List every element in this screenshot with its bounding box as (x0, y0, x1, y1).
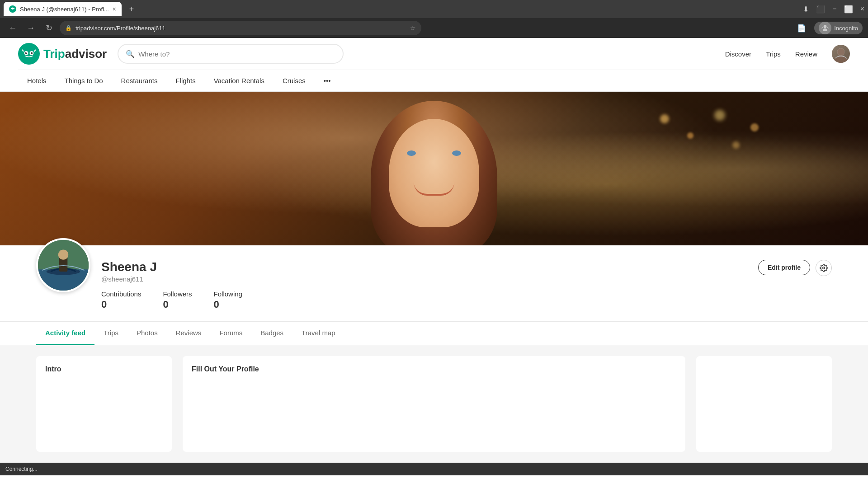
gear-icon (820, 264, 828, 272)
search-icon: 🔍 (126, 50, 135, 58)
svg-point-2 (14, 8, 14, 9)
logo-link[interactable]: Tripadvisor (18, 43, 107, 65)
logo-text: Tripadvisor (43, 47, 107, 61)
close-window-button[interactable]: × (860, 5, 864, 13)
svg-point-9 (26, 52, 27, 53)
address-bar[interactable]: 🔒 tripadvisor.com/Profile/sheenaj611 ☆ (60, 21, 421, 35)
nav-flights[interactable]: Flights (166, 70, 204, 91)
forward-button[interactable]: → (24, 21, 38, 35)
user-avatar[interactable] (832, 45, 850, 63)
incognito-avatar (819, 22, 831, 34)
reader-mode-button[interactable]: 📄 (794, 21, 809, 35)
edit-profile-button[interactable]: Edit profile (758, 260, 810, 275)
logo-icon (18, 43, 40, 65)
tab-forums[interactable]: Forums (210, 322, 251, 345)
right-panel (696, 356, 832, 452)
tab-trips[interactable]: Trips (94, 322, 127, 345)
minimize-button[interactable]: − (832, 5, 836, 13)
content-area: Intro Fill Out Your Profile (0, 345, 868, 463)
svg-point-0 (12, 8, 14, 10)
toolbar-right: 📄 Incognito (794, 21, 863, 35)
profile-section: Sheena J @sheenaj611 Contributions 0 Fol… (0, 245, 868, 322)
site-navigation: Hotels Things to Do Restaurants Flights … (18, 70, 850, 91)
maximize-button[interactable]: ⬜ (844, 5, 853, 14)
svg-point-4 (22, 47, 37, 61)
browser-status-bar: Connecting... (0, 463, 868, 475)
contributions-value: 0 (101, 299, 141, 310)
profile-tabs: Activity feed Trips Photos Reviews Forum… (0, 322, 868, 345)
intro-title: Intro (45, 365, 163, 373)
svg-point-10 (32, 52, 33, 53)
profile-details: Sheena J @sheenaj611 Contributions 0 Fol… (101, 256, 747, 310)
following-value: 0 (214, 299, 242, 310)
profile-username: @sheenaj611 (101, 275, 747, 283)
contributions-label: Contributions (101, 290, 141, 298)
profile-stats: Contributions 0 Followers 0 Following 0 (101, 290, 747, 310)
trips-link[interactable]: Trips (766, 50, 781, 58)
profile-name: Sheena J (101, 260, 747, 274)
nav-hotels[interactable]: Hotels (18, 70, 56, 91)
svg-point-20 (823, 267, 825, 269)
downloads-icon[interactable]: ⬇ (803, 5, 809, 14)
intro-card: Intro (36, 356, 172, 452)
nav-restaurants[interactable]: Restaurants (112, 70, 167, 91)
svg-point-7 (25, 52, 28, 54)
nav-things-to-do[interactable]: Things to Do (56, 70, 112, 91)
profile-hero-banner (0, 92, 868, 245)
incognito-label: Incognito (834, 25, 858, 32)
tab-activity-feed[interactable]: Activity feed (36, 322, 94, 345)
tab-title: Sheena J (@sheenaj611) - Profi... (20, 6, 109, 13)
fill-profile-title: Fill Out Your Profile (192, 365, 676, 373)
profile-avatar (36, 238, 90, 292)
tab-reviews[interactable]: Reviews (167, 322, 211, 345)
refresh-button[interactable]: ↻ (42, 21, 56, 35)
incognito-indicator: Incognito (814, 22, 863, 34)
hero-photo (0, 92, 868, 245)
discover-link[interactable]: Discover (725, 50, 751, 58)
nav-cruises[interactable]: Cruises (274, 70, 315, 91)
search-bar[interactable]: 🔍 (118, 44, 344, 64)
bookmark-icon[interactable]: ☆ (410, 24, 416, 32)
header-top: Tripadvisor 🔍 Discover Trips Review (18, 38, 850, 70)
svg-point-19 (58, 249, 68, 259)
avatar-image (38, 240, 89, 291)
tab-badges[interactable]: Badges (251, 322, 292, 345)
tabs-overview-button[interactable]: ⬛ (816, 5, 825, 14)
svg-point-3 (824, 25, 827, 28)
url-display: tripadvisor.com/Profile/sheenaj611 (75, 25, 406, 32)
svg-point-8 (31, 52, 33, 54)
browser-tab[interactable]: Sheena J (@sheenaj611) - Profi... × (4, 2, 122, 16)
nav-more[interactable]: ••• (315, 70, 340, 91)
tab-travel-map[interactable]: Travel map (292, 322, 344, 345)
followers-stat[interactable]: Followers 0 (163, 290, 192, 310)
new-tab-button[interactable]: + (125, 3, 138, 15)
followers-label: Followers (163, 290, 192, 298)
header-nav: Discover Trips Review (725, 45, 850, 63)
profile-actions: Edit profile (758, 256, 832, 276)
following-label: Following (214, 290, 242, 298)
fill-profile-card: Fill Out Your Profile (183, 356, 685, 452)
followers-value: 0 (163, 299, 192, 310)
review-link[interactable]: Review (795, 50, 817, 58)
browser-toolbar: ← → ↻ 🔒 tripadvisor.com/Profile/sheenaj6… (0, 18, 868, 38)
browser-chrome: Sheena J (@sheenaj611) - Profi... × + ⬇ … (0, 0, 868, 18)
settings-button[interactable] (816, 260, 832, 276)
contributions-stat: Contributions 0 (101, 290, 141, 310)
back-button[interactable]: ← (5, 21, 20, 35)
nav-vacation-rentals[interactable]: Vacation Rentals (205, 70, 274, 91)
window-controls: ⬇ ⬛ − ⬜ × (803, 5, 864, 14)
following-stat[interactable]: Following 0 (214, 290, 242, 310)
tab-favicon (9, 5, 16, 13)
search-input[interactable] (138, 50, 335, 58)
status-text: Connecting... (5, 466, 38, 472)
svg-point-1 (11, 8, 12, 9)
profile-info: Sheena J @sheenaj611 Contributions 0 Fol… (36, 256, 832, 310)
site-header: Tripadvisor 🔍 Discover Trips Review (0, 38, 868, 92)
security-lock-icon: 🔒 (65, 25, 72, 31)
svg-point-13 (837, 48, 844, 56)
tab-close-button[interactable]: × (113, 5, 116, 13)
tab-photos[interactable]: Photos (127, 322, 167, 345)
